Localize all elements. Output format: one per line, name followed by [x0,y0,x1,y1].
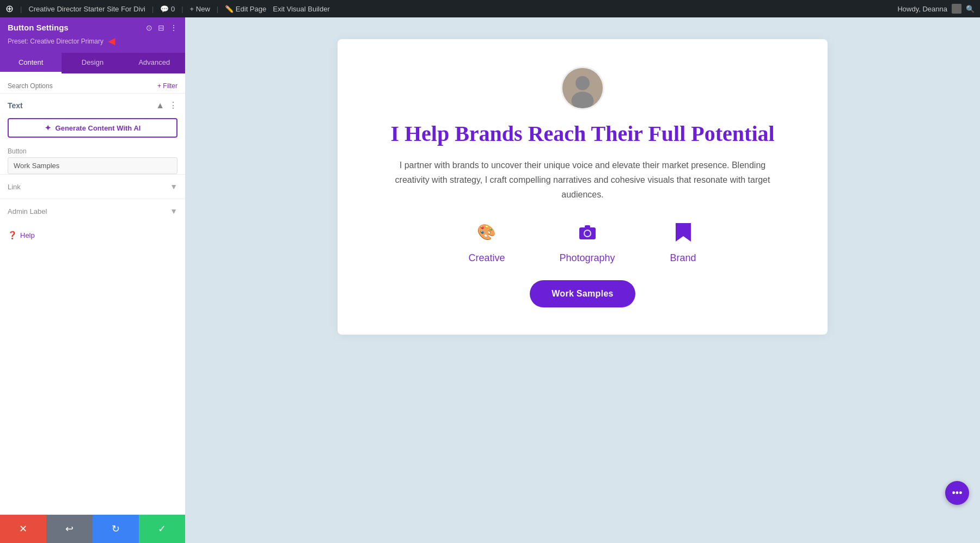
hero-avatar [561,66,604,110]
panel-tabs: Content Design Advanced [0,53,185,73]
comments-count[interactable]: 💬 0 [160,5,175,13]
close-icon: ✕ [19,523,27,535]
focus-mode-icon[interactable]: ⊙ [146,23,152,32]
admin-label-chevron-icon: ▼ [170,207,177,215]
link-section-header[interactable]: Link ▼ [8,175,177,199]
search-icon[interactable]: 🔍 [966,5,975,13]
button-text-input[interactable] [8,157,177,174]
creative-icon: 🎨 [473,219,500,246]
right-content: I Help Brands Reach Their Full Potential… [185,17,980,543]
close-button[interactable]: ✕ [0,515,46,543]
panel-header-icons: ⊙ ⊟ ⋮ [146,23,177,32]
fab-button[interactable]: ••• [945,481,969,505]
preset-label: Preset: Creative Director Primary [8,38,103,45]
icons-row: 🎨 Creative Photography [468,219,696,264]
search-input[interactable] [8,82,154,90]
edit-page-link[interactable]: ✏️ Edit Page [225,5,266,13]
admin-label-section: Admin Label ▼ [0,199,185,223]
tab-content[interactable]: Content [0,53,62,73]
hero-title: I Help Brands Reach Their Full Potential [390,121,774,147]
tab-design[interactable]: Design [62,53,123,73]
left-panel: Button Settings ⊙ ⊟ ⋮ Preset: Creative D… [0,17,185,543]
section-more-button[interactable]: ⋮ [169,100,177,110]
brand-icon [670,219,697,246]
button-field-label: Button [0,141,185,157]
panel-content: + Filter Text ▲ ⋮ ✦ Generate Content Wit… [0,73,185,515]
section-controls: ▲ ⋮ [156,100,177,110]
photography-label: Photography [559,252,615,264]
filter-button[interactable]: + Filter [157,82,177,90]
text-section-header: Text ▲ ⋮ [0,94,185,115]
search-bar: + Filter [0,79,185,94]
redo-button[interactable]: ↻ [93,515,139,543]
exit-builder-link[interactable]: Exit Visual Builder [273,5,330,13]
panel-header: Button Settings ⊙ ⊟ ⋮ Preset: Creative D… [0,17,185,53]
avatar-image [562,68,603,108]
link-section: Link ▼ [0,174,185,199]
separator-1: | [20,5,22,13]
admin-avatar[interactable] [952,4,961,14]
layout-icon[interactable]: ⊟ [158,23,164,32]
svg-point-1 [575,76,590,90]
help-section[interactable]: ❓ Help [0,223,185,247]
icon-item-photography: Photography [559,219,615,264]
hero-card: I Help Brands Reach Their Full Potential… [338,39,828,335]
cta-button[interactable]: Work Samples [530,280,635,307]
link-section-title: Link [8,183,21,191]
main-layout: Button Settings ⊙ ⊟ ⋮ Preset: Creative D… [0,17,980,543]
photography-icon [574,219,601,246]
wp-admin-bar: ⊕ | Creative Director Starter Site For D… [0,0,980,17]
ai-icon: ✦ [45,124,51,132]
ai-button-label: Generate Content With AI [56,124,141,132]
panel-header-top: Button Settings ⊙ ⊟ ⋮ [8,23,177,32]
panel-preset[interactable]: Preset: Creative Director Primary ◄ [8,34,177,48]
separator-3: | [181,5,183,13]
collapse-button[interactable]: ▲ [156,101,164,110]
check-icon: ✓ [158,523,166,535]
icon-item-brand: Brand [670,219,697,264]
bottom-bar: ✕ ↩ ↻ ✓ [0,515,185,543]
svg-point-5 [585,231,590,236]
undo-icon: ↩ [65,523,74,535]
text-section-title: Text [8,101,23,110]
more-options-icon[interactable]: ⋮ [170,23,177,32]
separator-4: | [217,5,218,13]
wp-logo-icon[interactable]: ⊕ [5,3,14,15]
fab-icon: ••• [952,488,963,499]
separator-2: | [152,5,154,13]
admin-label-section-header[interactable]: Admin Label ▼ [8,199,177,223]
svg-rect-6 [585,225,590,228]
ai-generate-button[interactable]: ✦ Generate Content With AI [8,118,177,138]
admin-label-title: Admin Label [8,207,47,215]
help-label: Help [20,231,35,239]
check-button[interactable]: ✓ [139,515,185,543]
brand-label: Brand [670,252,696,264]
panel-title: Button Settings [8,23,69,32]
icon-item-creative: 🎨 Creative [468,219,505,264]
creative-label: Creative [468,252,505,264]
help-icon: ❓ [8,231,17,239]
new-link[interactable]: + New [190,5,210,13]
link-chevron-icon: ▼ [170,182,177,191]
tab-advanced[interactable]: Advanced [124,53,185,73]
hero-subtitle: I partner with brands to uncover their u… [392,158,773,202]
admin-bar-right: Howdy, Deanna 🔍 [897,4,975,14]
site-name[interactable]: Creative Director Starter Site For Divi [28,5,145,13]
howdy-label: Howdy, Deanna [897,5,947,13]
redo-icon: ↻ [112,523,120,535]
undo-button[interactable]: ↩ [46,515,93,543]
preset-arrow: ◄ [106,34,118,48]
